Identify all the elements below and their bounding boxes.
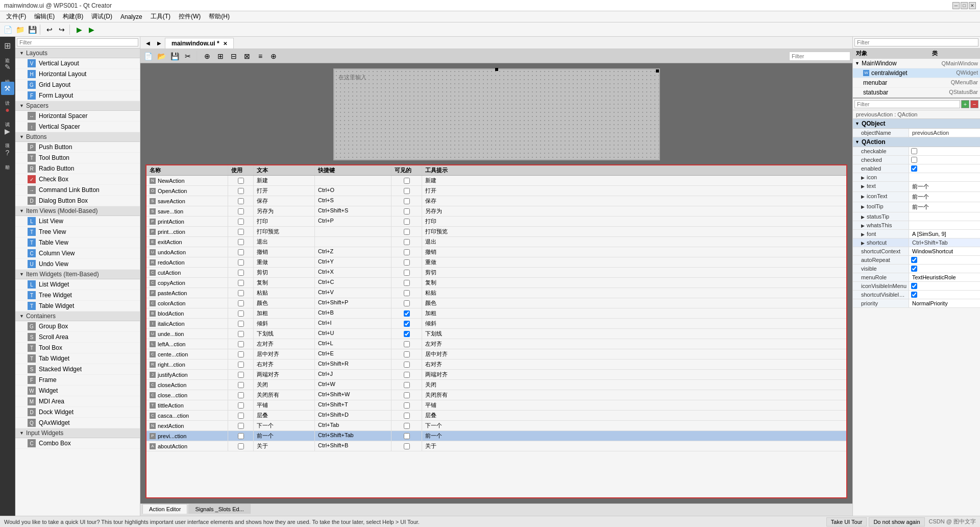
prop-val-text[interactable]: 前一个 [909, 182, 980, 191]
action-visible-checkbox[interactable] [404, 341, 410, 347]
prop-val-tooltip[interactable]: 前一个 [909, 202, 980, 212]
action-used-checkbox[interactable] [238, 270, 244, 276]
action-used-checkbox[interactable] [238, 178, 244, 184]
action-visible-cell[interactable] [391, 217, 422, 226]
widget-group-box[interactable]: G Group Box [15, 321, 140, 332]
widget-scroll-area[interactable]: S Scroll Area [15, 332, 140, 343]
action-visible-cell[interactable] [391, 308, 422, 318]
action-visible-cell[interactable] [391, 339, 422, 349]
minimize-button[interactable]: ─ [952, 2, 960, 9]
menu-analyze[interactable]: Analyze [116, 12, 146, 21]
widget-form-layout[interactable]: F Form Layout [15, 90, 140, 101]
action-visible-checkbox[interactable] [404, 178, 410, 184]
action-visible-checkbox[interactable] [404, 402, 410, 409]
action-used-checkbox[interactable] [238, 413, 244, 419]
action-used-cell[interactable] [228, 247, 254, 257]
edit-icon[interactable]: ✎ [1, 60, 14, 74]
menu-tools[interactable]: 工具(T) [146, 11, 175, 22]
table-row[interactable]: C cutAction 剪切 Ctrl+X 剪切 [146, 268, 846, 278]
action-used-cell[interactable] [228, 329, 254, 339]
action-used-cell[interactable] [228, 196, 254, 206]
widget-tree-view[interactable]: T Tree View [15, 227, 140, 237]
action-visible-checkbox[interactable] [404, 290, 410, 296]
action-used-cell[interactable] [228, 217, 254, 226]
action-used-checkbox[interactable] [238, 423, 244, 429]
action-visible-checkbox[interactable] [404, 280, 410, 286]
action-visible-cell[interactable] [391, 268, 422, 277]
table-row[interactable]: O OpenAction 打开 Ctrl+O 打开 [146, 186, 846, 196]
action-used-cell[interactable] [228, 268, 254, 277]
action-used-cell[interactable] [228, 400, 254, 410]
back-btn[interactable]: ◀ [142, 37, 154, 49]
widget-grid-layout[interactable]: G Grid Layout [15, 80, 140, 90]
action-visible-cell[interactable] [391, 288, 422, 298]
action-visible-cell[interactable] [391, 186, 422, 196]
action-used-checkbox[interactable] [238, 300, 244, 306]
widget-horizontal-spacer[interactable]: ↔ Horizontal Spacer [15, 111, 140, 122]
table-row[interactable]: E exitAction 退出 退出 [146, 237, 846, 247]
props-filter-input[interactable] [854, 100, 960, 108]
prop-section-qobject[interactable]: ▼ QObject [853, 119, 980, 129]
action-visible-cell[interactable] [391, 227, 422, 236]
table-row[interactable]: U undoAction 撤销 Ctrl+Z 撤销 [146, 247, 846, 257]
forward-btn[interactable]: ▶ [154, 37, 165, 49]
action-visible-checkbox[interactable] [404, 259, 410, 266]
prop-val-shortcutcontext[interactable]: WindowShortcut [909, 247, 980, 255]
action-visible-cell[interactable] [391, 247, 422, 257]
action-used-checkbox[interactable] [238, 392, 244, 398]
action-used-cell[interactable] [228, 431, 254, 441]
action-used-cell[interactable] [228, 349, 254, 359]
action-visible-cell[interactable] [391, 421, 422, 430]
canvas-tb-btn-8[interactable]: ⊠ [241, 51, 253, 62]
action-visible-checkbox[interactable] [404, 382, 410, 388]
widget-command-link-button[interactable]: → Command Link Button [15, 185, 140, 196]
action-used-cell[interactable] [228, 441, 254, 451]
action-used-checkbox[interactable] [238, 433, 244, 439]
table-row[interactable]: S saveAction 保存 Ctrl+S 保存 [146, 196, 846, 206]
action-used-cell[interactable] [228, 319, 254, 328]
table-row[interactable]: C casca...ction 层叠 Ctrl+Shift+D 层叠 [146, 411, 846, 421]
widget-stacked-widget[interactable]: S Stacked Widget [15, 364, 140, 375]
action-used-checkbox[interactable] [238, 341, 244, 347]
shortcutvisible-checkbox[interactable] [911, 292, 917, 298]
table-row[interactable]: U unde...tion 下划线 Ctrl+U 下划线 [146, 329, 846, 339]
action-used-cell[interactable] [228, 360, 254, 369]
widget-widget[interactable]: W Widget [15, 386, 140, 396]
canvas-tb-btn-7[interactable]: ⊟ [228, 51, 239, 62]
action-visible-checkbox[interactable] [404, 362, 410, 368]
section-layouts-header[interactable]: ▼ Layouts [15, 49, 140, 58]
action-visible-cell[interactable] [391, 390, 422, 400]
action-visible-checkbox[interactable] [404, 372, 410, 378]
visible-checkbox[interactable] [911, 266, 917, 272]
action-used-checkbox[interactable] [238, 382, 244, 388]
action-used-cell[interactable] [228, 339, 254, 349]
run-button[interactable]: ▶ [74, 24, 85, 35]
debug-run-button[interactable]: ▶ [86, 24, 97, 35]
canvas-tb-btn-1[interactable]: 📄 [142, 51, 154, 62]
table-row[interactable]: C cente...ction 居中对齐 Ctrl+E 居中对齐 [146, 349, 846, 360]
checkable-checkbox[interactable] [911, 148, 917, 154]
table-row[interactable]: P print...ction 打印预览 打印预览 [146, 227, 846, 237]
action-visible-cell[interactable] [391, 176, 422, 185]
maximize-button[interactable]: □ [961, 2, 968, 9]
props-filter-remove[interactable]: − [970, 100, 978, 108]
prop-val-font[interactable]: A [SimSun, 9] [909, 230, 980, 238]
action-used-cell[interactable] [228, 380, 254, 390]
resize-handle-tr[interactable] [656, 69, 659, 73]
iconvisible-checkbox[interactable] [911, 283, 917, 289]
action-visible-cell[interactable] [391, 349, 422, 359]
table-row[interactable]: P pasteAction 粘贴 Ctrl+V 粘贴 [146, 288, 846, 298]
take-tour-button[interactable]: Take UI Tour [826, 517, 867, 526]
prop-val-visible[interactable] [909, 265, 980, 273]
table-row[interactable]: S save...tion 另存为 Ctrl+Shift+S 另存为 [146, 206, 846, 217]
widget-dialog-button-box[interactable]: D Dialog Button Box [15, 196, 140, 206]
action-used-cell[interactable] [228, 227, 254, 236]
action-used-checkbox[interactable] [238, 290, 244, 296]
action-used-checkbox[interactable] [238, 249, 244, 255]
prop-val-menurole[interactable]: TextHeuristicRole [909, 273, 980, 281]
widget-table-widget[interactable]: T Table Widget [15, 301, 140, 312]
widget-qax-widget[interactable]: Q QAxWidget [15, 418, 140, 428]
action-visible-cell[interactable] [391, 278, 422, 288]
widget-filter-input[interactable] [17, 38, 138, 46]
canvas-tb-btn-6[interactable]: ⊞ [215, 51, 226, 62]
